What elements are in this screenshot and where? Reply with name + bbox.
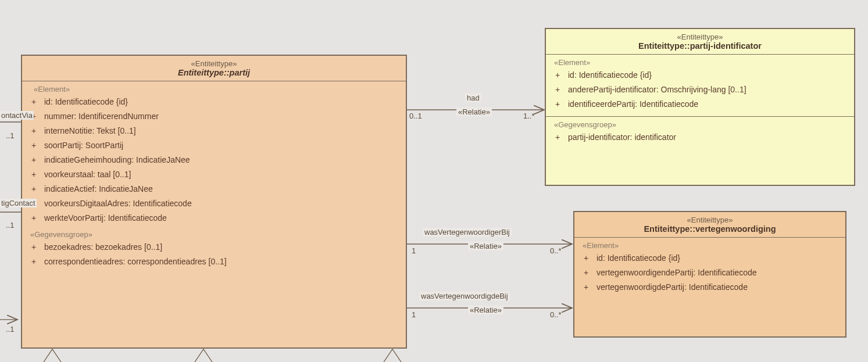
mult-wvdbij-right: 0..* bbox=[550, 310, 562, 319]
attr-row: +voorkeursDigitaalAdres: Identificatieco… bbox=[30, 196, 399, 211]
relation-name-wvdbij: wasVertegenwoordigdeBij bbox=[419, 292, 510, 300]
stereotype-label: «Entiteittype» bbox=[579, 216, 841, 224]
entity-header: «Entiteittype» Entiteittype::partij-iden… bbox=[546, 29, 854, 55]
attr-row: +werkteVoorPartij: Identificatiecode bbox=[30, 211, 399, 225]
attr-row: +vertegenwoordigendePartij: Identificati… bbox=[583, 266, 838, 280]
fragment-tig-contact: tigContact bbox=[0, 199, 37, 207]
attr-row: +anderePartij-identificator: Omschrijvin… bbox=[554, 83, 847, 97]
relation-stereotype: «Relatie» bbox=[468, 306, 503, 314]
entity-vertegenwoordiging: «Entiteittype» Entiteittype::vertegenwoo… bbox=[573, 211, 846, 338]
attr-row: +indicatieGeheimhouding: IndicatieJaNee bbox=[30, 153, 399, 167]
element-section: «Element» +id: Identificatiecode {id} +a… bbox=[546, 55, 854, 116]
fragment-contact-via: ontactVia bbox=[0, 111, 34, 120]
section-label: «Element» bbox=[554, 58, 847, 67]
section-label: «Gegevensgroep» bbox=[554, 120, 847, 129]
group-section: «Gegevensgroep» +partij-identificator: i… bbox=[546, 117, 854, 149]
attr-row: +id: Identificatiecode {id} bbox=[554, 68, 847, 83]
entity-header: «Entiteittype» Entiteittype::vertegenwoo… bbox=[574, 212, 845, 238]
attr-row: +indicatieActief: IndicatieJaNee bbox=[30, 182, 399, 196]
entity-header: «Entiteittype» Entiteittype::partij bbox=[22, 56, 406, 81]
section-label: «Element» bbox=[583, 241, 838, 250]
fragment-left-mult: ..1 bbox=[6, 325, 14, 334]
mult-wvbij-right: 0..* bbox=[550, 246, 562, 255]
attr-row: +id: Identificatiecode {id} bbox=[30, 95, 399, 109]
relation-name-wvbij: wasVertegenwoordigerBij bbox=[423, 228, 512, 236]
mult-wvbij-left: 1 bbox=[412, 246, 416, 255]
mult-had-left: 0..1 bbox=[409, 112, 422, 120]
fragment-contact-via-mult: ..1 bbox=[6, 131, 14, 140]
attr-row: +partij-identificator: identificator bbox=[554, 130, 847, 145]
attr-row: +bezoekadres: bezoekadres [0..1] bbox=[30, 240, 399, 255]
stereotype-label: «Entiteittype» bbox=[27, 59, 401, 68]
mult-wvdbij-left: 1 bbox=[412, 310, 416, 319]
section-label: «Element» bbox=[30, 85, 399, 94]
entity-name: Entiteittype::partij-identificator bbox=[551, 41, 849, 51]
relation-stereotype: «Relatie» bbox=[456, 107, 492, 116]
attr-row: +voorkeurstaal: taal [0..1] bbox=[30, 167, 399, 182]
element-section: «Element» +id: Identificatiecode {id} +n… bbox=[22, 81, 406, 274]
attr-row: +correspondentieadres: correspondentiead… bbox=[30, 255, 399, 269]
attr-row: +soortPartij: SoortPartij bbox=[30, 138, 399, 153]
attr-row: +identificeerdePartij: Identificatiecode bbox=[554, 97, 847, 112]
section-label: «Gegevensgroep» bbox=[30, 230, 399, 239]
entity-name: Entiteittype::vertegenwoordiging bbox=[579, 224, 841, 234]
stereotype-label: «Entiteittype» bbox=[551, 33, 849, 41]
attr-row: +nummer: IdentificerendNummer bbox=[30, 109, 399, 124]
entity-partij-identificator: «Entiteittype» Entiteittype::partij-iden… bbox=[545, 28, 855, 186]
relation-name-had: had bbox=[465, 94, 481, 102]
entity-partij: «Entiteittype» Entiteittype::partij «Ele… bbox=[21, 55, 407, 349]
attr-row: +interneNotitie: Tekst [0..1] bbox=[30, 124, 399, 138]
attr-row: +id: Identificatiecode {id} bbox=[583, 251, 838, 266]
mult-had-right: 1..* bbox=[523, 112, 535, 120]
element-section: «Element» +id: Identificatiecode {id} +v… bbox=[574, 238, 845, 299]
attr-row: +vertegenwoordigdePartij: Identificatiec… bbox=[583, 280, 838, 295]
entity-name: Entiteittype::partij bbox=[27, 68, 401, 77]
fragment-tig-contact-mult: ..1 bbox=[6, 221, 14, 230]
relation-stereotype: «Relatie» bbox=[468, 242, 503, 250]
